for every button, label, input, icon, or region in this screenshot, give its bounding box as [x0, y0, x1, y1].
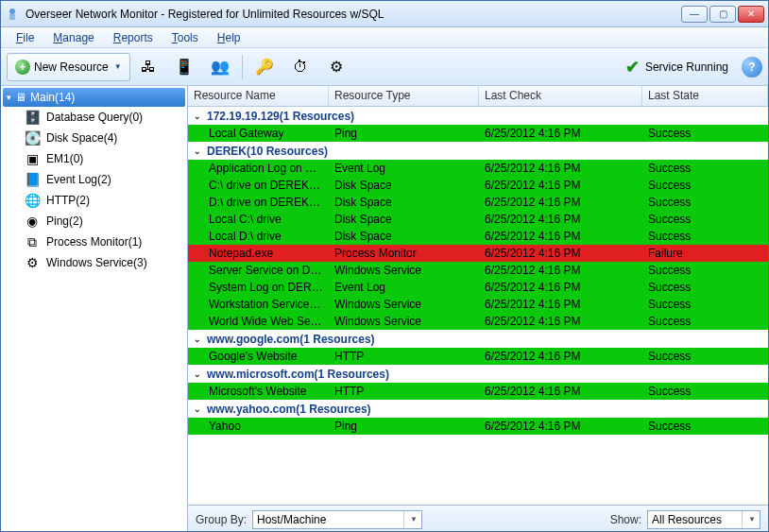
col-header-type[interactable]: Resource Type — [329, 86, 479, 106]
minimize-button[interactable]: — — [681, 6, 708, 23]
help-button[interactable]: ? — [742, 57, 762, 77]
new-resource-button[interactable]: + New Resource ▼ — [7, 53, 130, 81]
table-row[interactable]: Workstation Service on...Windows Service… — [188, 296, 768, 313]
table-row[interactable]: World Wide Web Servic...Windows Service6… — [188, 313, 768, 330]
phone-icon: 📱 — [173, 56, 196, 78]
menu-manage[interactable]: Manage — [45, 29, 101, 46]
cell-last-state: Success — [642, 229, 768, 244]
cell-last-state: Success — [642, 419, 768, 434]
tool-button-4[interactable]: 🔑 — [247, 53, 282, 81]
toolbar: + New Resource ▼ 🖧 📱 👥 🔑 ⏱ ⚙ ✔ Service R… — [1, 48, 768, 86]
group-header[interactable]: ⌄172.19.19.129(1 Resources) — [188, 107, 768, 125]
cell-resource-type: Windows Service — [329, 314, 479, 329]
cell-last-state: Success — [642, 314, 768, 329]
group-header[interactable]: ⌄www.microsoft.com(1 Resources) — [188, 365, 768, 383]
cell-last-state: Success — [642, 178, 768, 193]
dropdown-arrow-icon: ▼ — [114, 62, 122, 71]
tree-item-label: HTTP(2) — [46, 194, 90, 207]
table-row[interactable]: Local D:\ driveDisk Space6/25/2012 4:16 … — [188, 228, 768, 245]
menu-file[interactable]: File — [9, 29, 42, 46]
tool-button-6[interactable]: ⚙ — [318, 53, 354, 81]
svg-point-0 — [9, 9, 15, 14]
col-header-name[interactable]: Resource Name — [188, 86, 329, 106]
group-header-label: www.yahoo.com(1 Resources) — [207, 403, 371, 416]
gauge-icon: ⏱ — [289, 56, 312, 78]
grid-icon: 🖧 — [137, 56, 160, 78]
sidebar-item[interactable]: 📘Event Log(2) — [24, 169, 185, 190]
menu-reports[interactable]: Reports — [106, 29, 161, 46]
cell-last-check: 6/25/2012 4:16 PM — [479, 384, 642, 399]
table-row[interactable]: System Log on DEREKEvent Log6/25/2012 4:… — [188, 279, 768, 296]
tool-button-3[interactable]: 👥 — [202, 53, 238, 81]
table-row[interactable]: Application Log on DEREKEvent Log6/25/20… — [188, 160, 768, 177]
table-row[interactable]: C:\ drive on DEREK via ...Disk Space6/25… — [188, 177, 768, 194]
sidebar-item[interactable]: 💽Disk Space(4) — [24, 128, 185, 148]
cell-last-check: 6/25/2012 4:16 PM — [479, 263, 642, 278]
group-header[interactable]: ⌄www.yahoo.com(1 Resources) — [188, 400, 768, 418]
footer-bar: Group By: Host/Machine ▼ Show: All Resou… — [188, 505, 768, 532]
tree-children: 🗄️Database Query(0)💽Disk Space(4)▣EM1(0)… — [24, 107, 185, 273]
cell-last-check: 6/25/2012 4:16 PM — [479, 419, 642, 434]
cell-last-state: Success — [642, 126, 768, 141]
content-area: Resource Name Resource Type Last Check L… — [188, 86, 768, 532]
maximize-button[interactable]: ▢ — [709, 6, 736, 23]
sidebar-item[interactable]: 🗄️Database Query(0) — [24, 107, 185, 128]
menu-help[interactable]: Help — [210, 29, 248, 46]
tree-item-icon: 🗄️ — [24, 109, 41, 126]
dropdown-arrow-icon: ▼ — [403, 511, 418, 528]
tool-button-2[interactable]: 📱 — [166, 53, 202, 81]
group-header[interactable]: ⌄DEREK(10 Resources) — [188, 142, 768, 160]
cell-resource-name: C:\ drive on DEREK via ... — [188, 178, 329, 193]
cell-resource-type: HTTP — [329, 349, 479, 364]
cell-resource-name: Yahoo — [188, 419, 329, 434]
table-row[interactable]: Local GatewayPing6/25/2012 4:16 PMSucces… — [188, 125, 768, 142]
close-button[interactable]: ✕ — [738, 6, 764, 23]
table-row[interactable]: Notepad.exeProcess Monitor6/25/2012 4:16… — [188, 245, 768, 262]
table-row[interactable]: Local C:\ driveDisk Space6/25/2012 4:16 … — [188, 211, 768, 228]
col-header-state[interactable]: Last State — [642, 86, 768, 106]
tree-item-label: Disk Space(4) — [46, 131, 117, 145]
cell-resource-name: Server Service on DEREK — [188, 263, 329, 278]
sidebar-item[interactable]: ▣EM1(0) — [24, 148, 185, 169]
group-header-label: www.google.com(1 Resources) — [207, 333, 375, 346]
sidebar-item[interactable]: 🌐HTTP(2) — [24, 190, 185, 211]
group-by-select[interactable]: Host/Machine ▼ — [252, 510, 422, 529]
expand-arrow-icon: ⌄ — [194, 404, 201, 414]
show-select[interactable]: All Resources ▼ — [647, 510, 760, 529]
cell-last-state: Failure — [642, 246, 768, 261]
cell-last-check: 6/25/2012 4:16 PM — [479, 178, 642, 193]
tree-item-label: Database Query(0) — [46, 111, 143, 124]
window-title: Overseer Network Monitor - Registered fo… — [26, 8, 681, 21]
sidebar-item[interactable]: ◉Ping(2) — [24, 211, 185, 232]
cell-last-state: Success — [642, 280, 768, 295]
table-row[interactable]: Google's WebsiteHTTP6/25/2012 4:16 PMSuc… — [188, 348, 768, 365]
tree-root-main[interactable]: ▾ 🖥 Main(14) — [3, 88, 185, 107]
cell-resource-name: Workstation Service on... — [188, 297, 329, 312]
cell-last-state: Success — [642, 263, 768, 278]
cell-resource-name: Local C:\ drive — [188, 212, 329, 227]
cell-resource-type: Event Log — [329, 280, 479, 295]
table-row[interactable]: D:\ drive on DEREK via ...Disk Space6/25… — [188, 194, 768, 211]
sidebar-item[interactable]: ⚙Windows Service(3) — [24, 252, 185, 273]
tree-item-icon: ▣ — [24, 150, 41, 167]
table-row[interactable]: Microsoft's WebsiteHTTP6/25/2012 4:16 PM… — [188, 383, 768, 400]
menu-tools[interactable]: Tools — [164, 29, 206, 46]
cell-last-state: Success — [642, 161, 768, 176]
sidebar-item[interactable]: ⧉Process Monitor(1) — [24, 232, 185, 252]
svg-rect-1 — [9, 14, 15, 20]
column-headers: Resource Name Resource Type Last Check L… — [188, 86, 768, 107]
table-row[interactable]: YahooPing6/25/2012 4:16 PMSuccess — [188, 418, 768, 435]
cell-resource-name: Microsoft's Website — [188, 384, 329, 399]
key-icon: 🔑 — [253, 56, 276, 78]
cell-resource-name: Local Gateway — [188, 126, 329, 141]
table-row[interactable]: Server Service on DEREKWindows Service6/… — [188, 262, 768, 279]
tool-button-1[interactable]: 🖧 — [130, 53, 166, 81]
tool-button-5[interactable]: ⏱ — [282, 53, 318, 81]
group-header[interactable]: ⌄www.google.com(1 Resources) — [188, 330, 768, 348]
show-value: All Resources — [652, 513, 738, 526]
col-header-check[interactable]: Last Check — [479, 86, 642, 106]
sidebar: ▾ 🖥 Main(14) 🗄️Database Query(0)💽Disk Sp… — [1, 86, 188, 532]
menubar: File Manage Reports Tools Help — [1, 27, 768, 48]
cell-resource-type: Disk Space — [329, 229, 479, 244]
main-area: ▾ 🖥 Main(14) 🗄️Database Query(0)💽Disk Sp… — [1, 86, 768, 532]
